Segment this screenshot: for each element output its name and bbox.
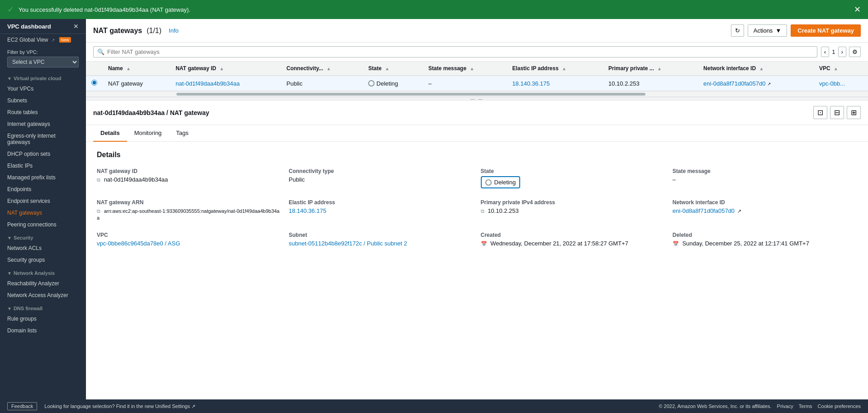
create-nat-gateway-button[interactable]: Create NAT gateway [791, 24, 861, 37]
th-vpc[interactable]: VPC ▲ [814, 62, 868, 76]
elastic-ip-link[interactable]: 18.140.36.175 [512, 80, 550, 87]
th-state-message[interactable]: State message ▲ [423, 62, 507, 76]
item-label: Egress-only internet gateways [7, 133, 79, 145]
sidebar-section-security[interactable]: ▼ Security [0, 231, 86, 242]
details-grid: NAT gateway ID ⧉ nat-0d1f49daa4b9b34aa C… [97, 168, 857, 247]
network-interface-link[interactable]: eni-0d8a8f71d0fa057d0 [703, 80, 765, 87]
horizontal-scroll-bar [86, 91, 868, 96]
sidebar-item-route-tables[interactable]: Route tables [0, 106, 86, 118]
sidebar-section-dns-firewall[interactable]: ▼ DNS firewall [0, 301, 86, 313]
sidebar-item-peering[interactable]: Peering connections [0, 219, 86, 231]
th-id[interactable]: NAT gateway ID ▲ [170, 62, 281, 76]
th-connectivity[interactable]: Connectivity... ▲ [281, 62, 363, 76]
sidebar-item-nat-gateways[interactable]: NAT gateways [0, 207, 86, 219]
table-count: (1/1) [147, 27, 161, 35]
tab-details[interactable]: Details [93, 125, 127, 142]
content-area: NAT gateways (1/1) Info ↻ Actions ▼ Crea… [86, 19, 868, 399]
network-interface-link[interactable]: eni-0d8a8f71d0fa057d0 [673, 207, 735, 214]
copy-icon[interactable]: ⧉ [481, 208, 484, 214]
subnet-link[interactable]: subnet-05112b4b8e92f172c / Public subnet… [289, 240, 407, 247]
detail-panel: nat-0d1f49daa4b9b34aa / NAT gateway ⊡ ⊟ … [86, 101, 868, 399]
detail-panel-title: nat-0d1f49daa4b9b34aa / NAT gateway [93, 109, 209, 116]
th-network-interface[interactable]: Network interface ID ▲ [698, 62, 814, 76]
row-vpc: vpc-0bb... [814, 76, 868, 91]
th-state[interactable]: State ▲ [363, 62, 423, 76]
scroll-thumb [176, 93, 645, 96]
info-link[interactable]: Info [169, 27, 179, 34]
row-elastic-ip: 18.140.36.175 [507, 76, 603, 91]
row-primary-private: 10.10.2.253 [603, 76, 698, 91]
external-icon: ↗ [191, 403, 195, 409]
item-label: Security groups [7, 257, 45, 263]
th-primary-private[interactable]: Primary private ... ▲ [603, 62, 698, 76]
sidebar-item-reachability[interactable]: Reachability Analyzer [0, 278, 86, 289]
sidebar-close-button[interactable]: ✕ [73, 23, 79, 30]
item-label: Endpoints [7, 186, 31, 192]
vpc-link[interactable]: vpc-0bb... [819, 80, 845, 87]
elastic-ip-label: Elastic IP address [289, 199, 473, 206]
detail-item-connectivity: Connectivity type Public [289, 168, 473, 188]
sidebar-item-security-groups[interactable]: Security groups [0, 254, 86, 266]
pagination-next-button[interactable]: › [838, 47, 846, 57]
sidebar-item-egress-gateways[interactable]: Egress-only internet gateways [0, 130, 86, 148]
banner-close-button[interactable]: ✕ [854, 5, 861, 14]
sidebar-item-network-access[interactable]: Network Access Analyzer [0, 289, 86, 301]
search-input[interactable] [107, 48, 813, 55]
tab-tags[interactable]: Tags [169, 125, 195, 142]
detail-item-vpc: VPC vpc-0bbe86c9645da78e0 / ASG [97, 232, 281, 247]
detail-item-nat-id: NAT gateway ID ⧉ nat-0d1f49daa4b9b34aa [97, 168, 281, 188]
sidebar-item-ec2-global[interactable]: EC2 Global View ↗ New [0, 34, 86, 46]
sidebar-section-network-analysis[interactable]: ▼ Network Analysis [0, 266, 86, 278]
sidebar-item-internet-gateways[interactable]: Internet gateways [0, 118, 86, 130]
detail-item-primary-private: Primary private IPv4 address ⧉ 10.10.2.2… [481, 199, 665, 221]
vpc-link[interactable]: vpc-0bbe86c9645da78e0 / ASG [97, 240, 180, 247]
external-link-icon: ↗ [737, 208, 741, 214]
th-name[interactable]: Name ▲ [103, 62, 170, 76]
sidebar-item-rule-groups[interactable]: Rule groups [0, 313, 86, 325]
pagination-prev-button[interactable]: ‹ [821, 47, 829, 57]
row-name: NAT gateway [103, 76, 170, 91]
elastic-ip-link[interactable]: 18.140.36.175 [289, 207, 326, 214]
terms-link[interactable]: Terms [799, 403, 812, 409]
sidebar-section-vpc[interactable]: ▼ Virtual private cloud [0, 71, 86, 83]
nat-gateway-id-link[interactable]: nat-0d1f49daa4b9b34aa [175, 80, 240, 87]
sidebar-item-dhcp[interactable]: DHCP option sets [0, 148, 86, 160]
item-label: Elastic IPs [7, 163, 33, 169]
actions-button[interactable]: Actions ▼ [748, 24, 787, 37]
nat-gateways-table: Name ▲ NAT gateway ID ▲ Connectivity... … [86, 62, 868, 91]
sidebar-item-endpoints[interactable]: Endpoints [0, 183, 86, 195]
footer-right: © 2022, Amazon Web Services, Inc. or its… [659, 403, 861, 409]
panel-collapse-button[interactable]: ⊞ [847, 106, 861, 119]
tab-monitoring[interactable]: Monitoring [127, 125, 169, 142]
cookie-preferences-link[interactable]: Cookie preferences [818, 403, 861, 409]
sidebar-item-endpoint-services[interactable]: Endpoint services [0, 195, 86, 207]
sidebar-item-prefix-lists[interactable]: Managed prefix lists [0, 172, 86, 183]
table-row[interactable]: NAT gateway nat-0d1f49daa4b9b34aa Public… [86, 76, 868, 91]
th-elastic-ip[interactable]: Elastic IP address ▲ [507, 62, 603, 76]
feedback-button[interactable]: Feedback [7, 402, 37, 410]
privacy-link[interactable]: Privacy [777, 403, 793, 409]
panel-split-button[interactable]: ⊟ [830, 106, 844, 119]
subnet-label: Subnet [289, 232, 473, 238]
sort-icon: ▲ [834, 66, 838, 71]
sidebar-item-subnets[interactable]: Subnets [0, 95, 86, 106]
sidebar-item-network-acls[interactable]: Network ACLs [0, 242, 86, 254]
created-value: 📅 Wednesday, December 21, 2022 at 17:58:… [481, 240, 665, 247]
external-icon: ↗ [51, 38, 55, 43]
sidebar-item-elastic-ips[interactable]: Elastic IPs [0, 160, 86, 172]
row-select-radio[interactable] [91, 80, 97, 86]
table-settings-button[interactable]: ⚙ [849, 47, 861, 57]
state-deleting: Deleting [368, 80, 417, 87]
state-value: Deleting [494, 179, 516, 186]
sort-icon: ▲ [126, 66, 131, 71]
panel-expand-button[interactable]: ⊡ [813, 106, 827, 119]
panel-resizer[interactable]: — — [86, 97, 868, 101]
copy-icon[interactable]: ⧉ [97, 208, 100, 214]
vpc-filter-select[interactable]: Select a VPC [7, 57, 79, 67]
copy-icon[interactable]: ⧉ [97, 177, 100, 182]
sidebar-item-your-vpcs[interactable]: Your VPCs [0, 83, 86, 95]
elastic-ip-value: 18.140.36.175 [289, 207, 473, 214]
table-title: NAT gateways [93, 27, 142, 35]
refresh-button[interactable]: ↻ [731, 24, 744, 37]
sidebar-item-domain-lists[interactable]: Domain lists [0, 325, 86, 336]
